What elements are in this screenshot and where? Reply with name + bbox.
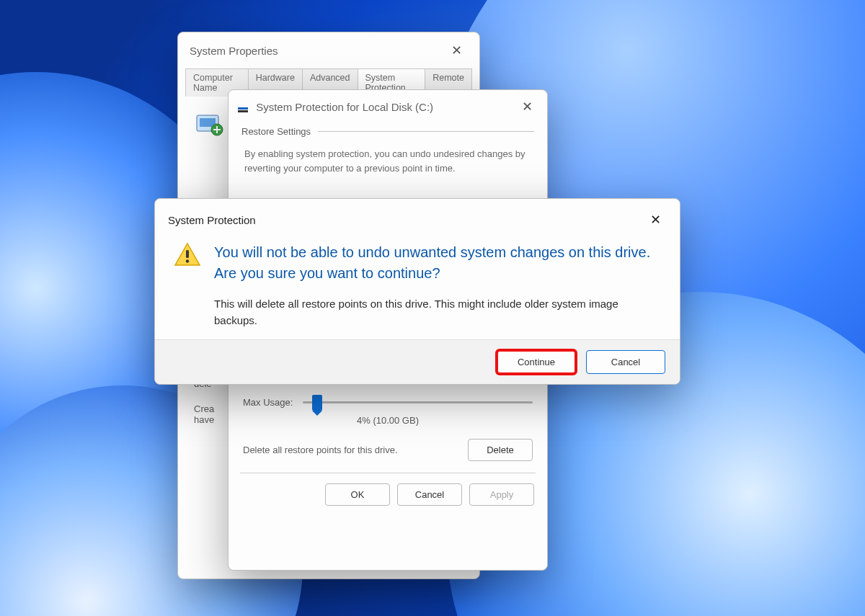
delete-description: Delete all restore points for this drive… xyxy=(243,445,398,455)
max-usage-row: Max Usage: xyxy=(243,397,533,408)
titlebar[interactable]: System Properties ✕ xyxy=(178,32,479,68)
close-icon[interactable]: ✕ xyxy=(644,209,667,231)
titlebar[interactable]: System Protection ✕ xyxy=(155,199,680,238)
window-title: System Properties xyxy=(190,45,278,57)
max-usage-slider[interactable] xyxy=(303,401,533,403)
cancel-button[interactable]: Cancel xyxy=(397,483,462,506)
titlebar[interactable]: System Protection for Local Disk (C:) ✕ xyxy=(229,90,547,120)
close-icon[interactable]: ✕ xyxy=(445,40,468,61)
drive-icon xyxy=(237,104,249,112)
restore-settings-group: Restore Settings By enabling system prot… xyxy=(241,126,534,181)
max-usage-value: 4% (10.00 GB) xyxy=(229,415,547,426)
cancel-button[interactable]: Cancel xyxy=(586,350,665,374)
dialog-title: System Protection xyxy=(168,214,256,226)
svg-rect-3 xyxy=(238,107,248,110)
confirm-heading: You will not be able to undo unwanted sy… xyxy=(214,242,661,284)
svg-rect-4 xyxy=(238,110,248,112)
slider-thumb[interactable] xyxy=(312,395,322,411)
system-protection-icon xyxy=(194,108,226,142)
confirm-subtext: This will delete all restore points on t… xyxy=(214,295,661,329)
group-label: Restore Settings xyxy=(241,126,311,137)
restore-description: By enabling system protection, you can u… xyxy=(241,137,534,181)
ok-button[interactable]: OK xyxy=(325,483,390,506)
window-title: System Protection for Local Disk (C:) xyxy=(256,101,433,113)
confirm-dialog: System Protection ✕ You will not be able… xyxy=(154,198,680,385)
continue-button[interactable]: Continue xyxy=(497,350,576,374)
warning-icon xyxy=(174,242,201,329)
svg-point-7 xyxy=(186,259,189,262)
svg-rect-6 xyxy=(186,250,189,258)
divider xyxy=(318,131,534,132)
divider xyxy=(240,473,536,473)
max-usage-label: Max Usage: xyxy=(243,397,293,408)
close-icon[interactable]: ✕ xyxy=(516,96,538,117)
apply-button: Apply xyxy=(469,483,534,506)
delete-button[interactable]: Delete xyxy=(468,439,533,461)
